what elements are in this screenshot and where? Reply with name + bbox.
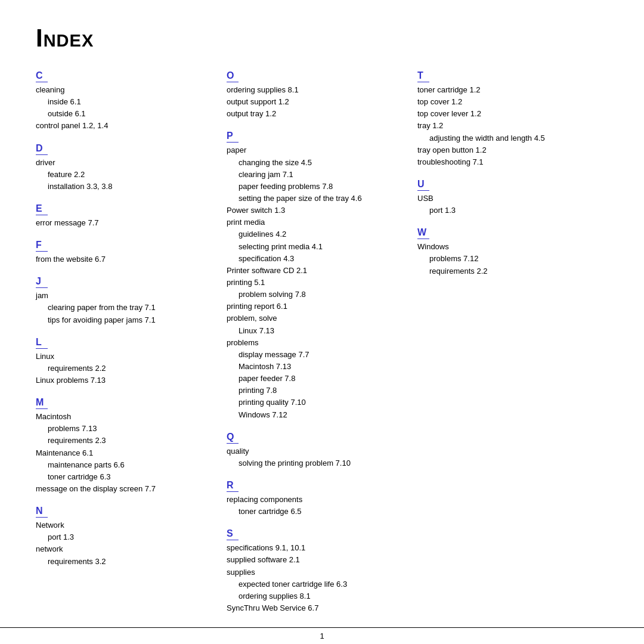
letter-o: O bbox=[227, 70, 239, 82]
entry-sub: requirements 2.2 bbox=[36, 363, 215, 374]
entry-term: driver bbox=[36, 157, 215, 169]
index-entry: paper feeder 7.8 bbox=[227, 373, 405, 385]
section-r: Rreplacing componentstoner cartridge 6.5 bbox=[227, 480, 405, 518]
entry-term: troubleshooting 7.1 bbox=[417, 156, 596, 168]
entry-sub: printing quality 7.10 bbox=[227, 397, 405, 408]
index-entry: specifications 9.1, 10.1 bbox=[227, 542, 405, 554]
entry-sub: specification 4.3 bbox=[227, 253, 405, 265]
entry-sub: adjusting the width and length 4.5 bbox=[417, 132, 596, 144]
index-entry: USB bbox=[417, 193, 596, 205]
entry-sub: Windows 7.12 bbox=[227, 409, 405, 421]
entry-sub: toner cartridge 6.5 bbox=[227, 506, 405, 518]
index-entry: requirements 2.2 bbox=[36, 363, 215, 374]
index-entry: display message 7.7 bbox=[227, 349, 405, 361]
index-entry: Power switch 1.3 bbox=[227, 205, 405, 216]
section-e: Eerror message 7.7 bbox=[36, 203, 215, 229]
entry-term: supplied software 2.1 bbox=[227, 554, 405, 566]
section-f: Ffrom the website 6.7 bbox=[36, 240, 215, 265]
index-entry: output tray 1.2 bbox=[227, 108, 405, 120]
letter-p: P bbox=[227, 131, 239, 143]
index-entry: requirements 3.2 bbox=[36, 556, 215, 568]
entry-term: Macintosh bbox=[36, 411, 215, 423]
entry-term: paper bbox=[227, 144, 405, 156]
letter-u: U bbox=[417, 179, 429, 191]
index-entry: jam bbox=[36, 290, 215, 302]
entry-sub: feature 2.2 bbox=[36, 169, 215, 181]
index-entry: requirements 2.2 bbox=[417, 265, 596, 277]
section-d: Ddriverfeature 2.2installation 3.3, 3.8 bbox=[36, 143, 215, 193]
index-entry: tray 1.2 bbox=[417, 120, 596, 132]
entry-sub: inside 6.1 bbox=[36, 96, 215, 108]
index-entry: outside 6.1 bbox=[36, 108, 215, 120]
entry-sub: paper feeder 7.8 bbox=[227, 373, 405, 385]
section-o: Oordering supplies 8.1output support 1.2… bbox=[227, 70, 405, 120]
letter-l: L bbox=[36, 337, 48, 349]
entry-sub: guidelines 4.2 bbox=[227, 228, 405, 240]
index-entry: output support 1.2 bbox=[227, 96, 405, 108]
entry-term: problems bbox=[227, 337, 405, 349]
entry-term: Linux bbox=[36, 351, 215, 363]
index-entry: guidelines 4.2 bbox=[227, 228, 405, 240]
entry-term: tray open button 1.2 bbox=[417, 144, 596, 156]
index-entry: printing 7.8 bbox=[227, 385, 405, 397]
entry-term: quality bbox=[227, 445, 405, 457]
section-c: Ccleaninginside 6.1outside 6.1control pa… bbox=[36, 70, 215, 132]
index-entry: maintenance parts 6.6 bbox=[36, 459, 215, 471]
index-entry: troubleshooting 7.1 bbox=[417, 156, 596, 168]
entry-sub: tips for avoiding paper jams 7.1 bbox=[36, 314, 215, 326]
entry-term: top cover lever 1.2 bbox=[417, 108, 596, 120]
entry-sub: solving the printing problem 7.10 bbox=[227, 457, 405, 469]
index-entry: solving the printing problem 7.10 bbox=[227, 457, 405, 469]
index-entry: paper bbox=[227, 144, 405, 156]
entry-term: output tray 1.2 bbox=[227, 108, 405, 120]
index-entry: toner cartridge 6.5 bbox=[227, 506, 405, 518]
entry-term: toner cartridge 1.2 bbox=[417, 84, 596, 96]
column-2: Ttoner cartridge 1.2top cover 1.2top cov… bbox=[417, 70, 608, 625]
index-entry: Windows 7.12 bbox=[227, 409, 405, 421]
entry-term: Maintenance 6.1 bbox=[36, 447, 215, 459]
entry-sub: changing the size 4.5 bbox=[227, 157, 405, 169]
entry-term: SyncThru Web Service 6.7 bbox=[227, 602, 405, 614]
entry-term: problem, solve bbox=[227, 312, 405, 324]
index-entry: requirements 2.3 bbox=[36, 435, 215, 447]
index-entry: Macintosh bbox=[36, 411, 215, 423]
index-entry: paper feeding problems 7.8 bbox=[227, 181, 405, 193]
section-m: MMacintoshproblems 7.13requirements 2.3M… bbox=[36, 397, 215, 495]
index-entry: replacing components bbox=[227, 494, 405, 506]
entry-sub: installation 3.3, 3.8 bbox=[36, 181, 215, 193]
entry-sub: maintenance parts 6.6 bbox=[36, 459, 215, 471]
entry-sub: requirements 2.2 bbox=[417, 265, 596, 277]
index-entry: adjusting the width and length 4.5 bbox=[417, 132, 596, 144]
entry-sub: requirements 2.3 bbox=[36, 435, 215, 447]
index-entry: toner cartridge 6.3 bbox=[36, 471, 215, 483]
index-entry: Linux problems 7.13 bbox=[36, 374, 215, 386]
index-entry: port 1.3 bbox=[36, 531, 215, 543]
index-entry: Macintosh 7.13 bbox=[227, 361, 405, 373]
entry-term: jam bbox=[36, 290, 215, 302]
entry-term: supplies bbox=[227, 566, 405, 578]
letter-n: N bbox=[36, 506, 48, 518]
index-entry: installation 3.3, 3.8 bbox=[36, 181, 215, 193]
index-entry: Maintenance 6.1 bbox=[36, 447, 215, 459]
letter-j: J bbox=[36, 276, 48, 288]
entry-sub: ordering supplies 8.1 bbox=[227, 590, 405, 602]
entry-sub: problems 7.13 bbox=[36, 423, 215, 435]
column-0: Ccleaninginside 6.1outside 6.1control pa… bbox=[36, 70, 227, 625]
entry-term: message on the display screen 7.7 bbox=[36, 483, 215, 495]
index-entry: problems 7.13 bbox=[36, 423, 215, 435]
index-entry: Linux 7.13 bbox=[227, 325, 405, 337]
entry-sub: display message 7.7 bbox=[227, 349, 405, 361]
entry-term: Printer software CD 2.1 bbox=[227, 265, 405, 277]
entry-term: error message 7.7 bbox=[36, 217, 215, 229]
index-entry: printing quality 7.10 bbox=[227, 397, 405, 408]
index-entry: expected toner cartridge life 6.3 bbox=[227, 578, 405, 590]
page-title: Index bbox=[36, 24, 608, 52]
entry-term: print media bbox=[227, 216, 405, 228]
entry-sub: setting the paper size of the tray 4.6 bbox=[227, 193, 405, 205]
index-entry: Linux bbox=[36, 351, 215, 363]
index-entry: problems bbox=[227, 337, 405, 349]
column-1: Oordering supplies 8.1output support 1.2… bbox=[227, 70, 417, 625]
letter-w: W bbox=[417, 227, 429, 239]
entry-sub: problem solving 7.8 bbox=[227, 289, 405, 301]
index-entry: error message 7.7 bbox=[36, 217, 215, 229]
